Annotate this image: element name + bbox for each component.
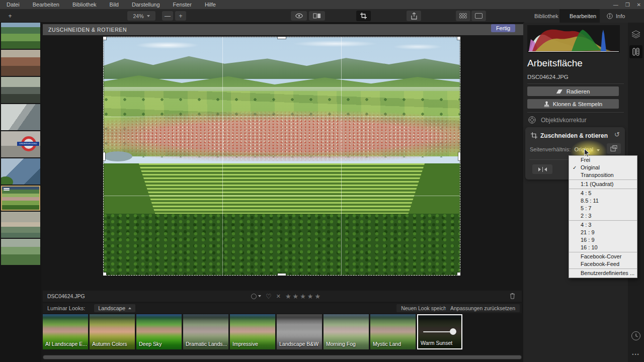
histogram[interactable] xyxy=(527,25,620,53)
menu-bild[interactable]: Bild xyxy=(103,2,125,8)
transpose-button[interactable] xyxy=(607,143,621,154)
crop-handle-se[interactable] xyxy=(457,273,460,276)
single-view-button[interactable] xyxy=(471,11,486,21)
gallery-view-button[interactable] xyxy=(456,11,470,21)
dropdown-item-1-1[interactable]: 1:1 (Quadrat) xyxy=(569,180,637,188)
look-dramatic-landscape[interactable]: Dramatic Lands... xyxy=(183,314,228,349)
flip-horizontal-button[interactable] xyxy=(532,164,552,174)
menu-datei[interactable]: Datei xyxy=(0,2,26,8)
look-autumn-colors[interactable]: Autumn Colors xyxy=(90,314,135,349)
star-icon[interactable]: ★ xyxy=(285,293,293,300)
undo-icon[interactable]: ↺ xyxy=(614,131,620,138)
dropdown-item-4-5[interactable]: 4 : 5 xyxy=(569,190,637,197)
zoom-level-select[interactable]: 24% xyxy=(127,11,155,21)
crop-tool-button[interactable] xyxy=(356,11,371,21)
menu-darstellung[interactable]: Darstellung xyxy=(125,2,167,8)
look-landscape-bw[interactable]: Landscape B&W xyxy=(277,314,322,349)
crop-handle-sw[interactable] xyxy=(103,273,106,276)
done-button[interactable]: Fertig xyxy=(491,24,515,32)
dropdown-item-5-7[interactable]: 5 : 7 xyxy=(569,205,637,212)
filmstrip-thumbnail-8[interactable] xyxy=(1,212,40,238)
export-button[interactable] xyxy=(407,11,421,21)
star-icon[interactable]: ★ xyxy=(315,293,323,300)
compare-icon xyxy=(313,13,321,19)
filmstrip-thumbnail-6[interactable] xyxy=(1,158,40,185)
divider xyxy=(527,112,624,113)
filmstrip-thumbnail-9[interactable] xyxy=(1,239,40,265)
crop-handle-n[interactable] xyxy=(278,37,286,39)
menu-hilfe[interactable]: Hilfe xyxy=(198,2,222,8)
looks-category-select[interactable]: Landscape xyxy=(94,304,135,312)
filmstrip-thumbnail-selected[interactable] xyxy=(1,186,40,211)
dropdown-item-frei[interactable]: Frei xyxy=(569,156,637,164)
filmstrip-thumbnail-3[interactable] xyxy=(1,77,40,103)
add-image-button[interactable]: + xyxy=(5,11,15,21)
looks-scrollbar[interactable] xyxy=(43,355,522,359)
dropdown-item-custom[interactable]: Benutzerdefiniertes ... xyxy=(569,269,637,277)
compare-button[interactable] xyxy=(309,11,325,21)
color-label-button[interactable] xyxy=(251,294,261,299)
edit-tools-button[interactable] xyxy=(629,45,642,58)
panel-tabs: Bibliothek Bearbeiten Info xyxy=(524,9,644,23)
star-icon[interactable]: ★ xyxy=(307,293,315,300)
dropdown-item-2-3[interactable]: 2 : 3 xyxy=(569,212,637,220)
filmstrip-thumbnail-2[interactable] xyxy=(1,50,40,76)
clone-stamp-button[interactable]: Klonen & Stempeln xyxy=(527,99,619,109)
filmstrip-thumbnail-4[interactable] xyxy=(1,104,40,130)
workspace-title: Arbeitsfläche xyxy=(527,58,583,69)
favorite-button[interactable]: ♡ xyxy=(266,293,272,300)
delete-button[interactable] xyxy=(510,293,515,299)
look-impressive[interactable]: Impressive xyxy=(230,314,275,349)
panel-filename: DSC04624.JPG xyxy=(527,74,569,80)
look-deep-sky[interactable]: Deep Sky xyxy=(136,314,182,349)
look-morning-fog[interactable]: Morning Fog xyxy=(324,314,369,349)
layers-button[interactable] xyxy=(631,30,640,38)
history-button[interactable] xyxy=(631,331,641,341)
tab-bibliothek[interactable]: Bibliothek xyxy=(524,9,559,23)
divider xyxy=(569,179,637,180)
dropdown-item-facebook-feed[interactable]: Facebook-Feed xyxy=(569,260,637,268)
menu-bibliothek[interactable]: Bibliothek xyxy=(66,2,103,8)
crop-handle-ne[interactable] xyxy=(457,37,460,40)
erase-button[interactable]: Radieren xyxy=(527,86,619,96)
look-mystic-land[interactable]: Mystic Land xyxy=(370,314,416,349)
minimize-button[interactable]: — xyxy=(613,2,618,8)
tab-bearbeiten[interactable]: Bearbeiten xyxy=(559,9,600,23)
reject-button[interactable]: ✕ xyxy=(276,293,281,300)
crop-handle-e[interactable] xyxy=(458,152,460,160)
crop-handle-nw[interactable] xyxy=(103,37,106,40)
tab-info[interactable]: Info xyxy=(600,9,644,23)
preview-eye-button[interactable] xyxy=(291,11,307,21)
dropdown-item-16-10[interactable]: 16 : 10 xyxy=(569,244,637,251)
star-icon[interactable]: ★ xyxy=(293,293,300,300)
grid-icon xyxy=(459,13,467,19)
more-options-button[interactable]: ••• xyxy=(632,352,639,357)
look-warm-sunset-selected[interactable]: Warm Sunset xyxy=(417,314,462,349)
close-button[interactable]: ✕ xyxy=(637,2,641,8)
dropdown-item-facebook-cover[interactable]: Facebook-Cover xyxy=(569,253,637,260)
dropdown-item-4-3[interactable]: 4 : 3 xyxy=(569,221,637,229)
menu-bearbeiten[interactable]: Bearbeiten xyxy=(26,2,66,8)
star-icon[interactable]: ★ xyxy=(300,293,307,300)
look-ai-landscape[interactable]: AI Landscape E... xyxy=(43,314,88,349)
dropdown-item-21-9[interactable]: 21 : 9 xyxy=(569,229,637,236)
crop-handle-s[interactable] xyxy=(278,274,286,276)
zoom-in-button[interactable]: + xyxy=(175,11,186,21)
look-slider-knob[interactable] xyxy=(450,328,456,335)
lens-correction-section[interactable]: Objektivkorrektur xyxy=(528,116,587,124)
star-rating[interactable]: ★★★★★ xyxy=(285,293,322,300)
dropdown-item-8-5-11[interactable]: 8.5 : 11 xyxy=(569,197,637,205)
zoom-out-button[interactable]: — xyxy=(162,11,173,21)
reset-adjustments-button[interactable]: Anpassungen zurücksetzen xyxy=(446,304,520,312)
photo-canvas[interactable] xyxy=(103,37,460,276)
dropdown-item-16-9[interactable]: 16 : 9 xyxy=(569,236,637,244)
crop-overlay[interactable] xyxy=(103,37,460,276)
dropdown-item-transposition[interactable]: Transposition xyxy=(569,171,637,179)
dropdown-item-original[interactable]: ✓Original xyxy=(569,164,637,171)
crop-handle-w[interactable] xyxy=(103,152,105,160)
filmstrip-thumbnail-5[interactable]: UNDERGROUND xyxy=(1,131,40,157)
filmstrip-thumbnail-1[interactable] xyxy=(1,23,40,49)
restore-button[interactable]: ❐ xyxy=(625,2,630,8)
menu-bar: Datei Bearbeiten Bibliothek Bild Darstel… xyxy=(0,0,644,9)
menu-fenster[interactable]: Fenster xyxy=(167,2,198,8)
